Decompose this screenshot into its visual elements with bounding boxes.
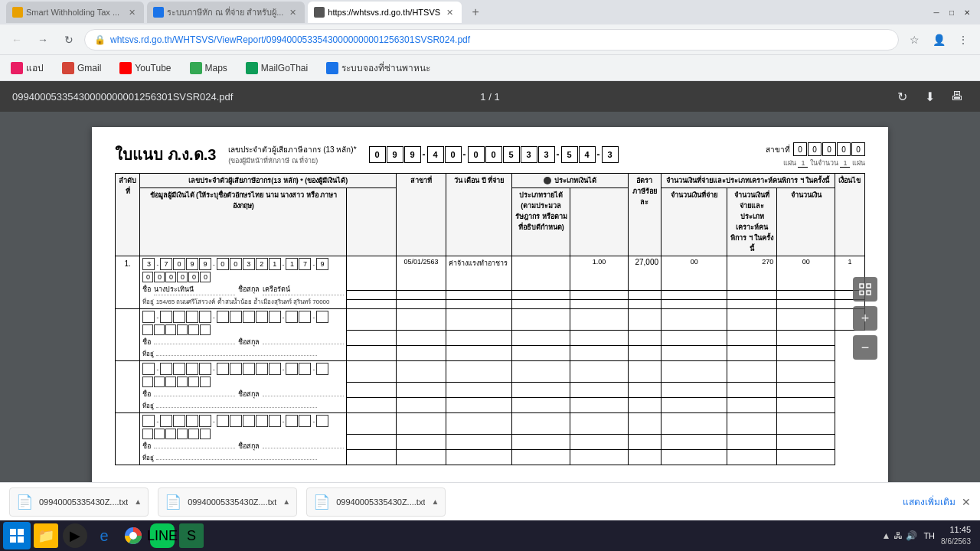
download-item-1: 📄 09940005335430Z....txt ▲ <box>9 487 149 517</box>
row1-id-5: 0 <box>217 258 229 270</box>
r3-b9 <box>269 363 281 375</box>
zoom-in-button[interactable]: + <box>853 306 877 331</box>
row1-no: 1. <box>116 256 140 309</box>
download-item-1-name: 09940005335430Z....txt <box>39 497 128 507</box>
r3-b2 <box>173 363 185 375</box>
download-item-3-chevron[interactable]: ▲ <box>431 497 439 506</box>
back-button[interactable]: ← <box>6 29 28 51</box>
r2-b8 <box>256 311 268 323</box>
tab1-label: Smart Withholding Tax ... <box>26 8 122 17</box>
menu-button[interactable]: ⋮ <box>952 29 974 51</box>
show-all-downloads-button[interactable]: แสดงเพิ่มเติม <box>903 494 956 509</box>
reload-button[interactable]: ↻ <box>58 29 80 51</box>
row1-sid-3: 0 <box>177 272 188 282</box>
row1-income-desc <box>512 256 570 291</box>
r2-s0 <box>142 324 153 335</box>
table-row-4a: - - <box>116 413 865 435</box>
close-window-button[interactable]: ✕ <box>960 5 974 19</box>
r3-s5 <box>200 377 211 387</box>
row1b-amt4 <box>777 291 835 300</box>
tax-box-4: 4 <box>427 146 444 163</box>
tax-id-boxes: 0 9 9 - 4 0 - 0 0 5 3 3 <box>369 146 619 163</box>
r3-b6 <box>230 363 242 375</box>
clock-time: 11:45 <box>941 524 971 536</box>
bookmark-maps-label: Maps <box>205 63 227 73</box>
profile-button[interactable]: 👤 <box>928 29 949 51</box>
bookmark-parking[interactable]: ระบบจองที่ซ่านพาหนะ <box>322 59 435 77</box>
row1-id-4: 9 <box>199 258 211 270</box>
bookmark-mailgothai[interactable]: MailGoThai <box>241 60 312 76</box>
pdf-viewer: 09940005335430000000001256301SVSR024.pdf… <box>0 81 980 482</box>
svg-rect-6 <box>10 536 16 543</box>
row2a-amt3 <box>727 309 777 331</box>
pdf-refresh-button[interactable]: ↻ <box>891 86 913 107</box>
tab-pdf[interactable]: https://whtsvs.rd.go.th/HTSVS ✕ <box>308 2 462 23</box>
row2-address-line: ที่อยู่ <box>142 349 344 359</box>
pdf-print-button[interactable]: 🖶 <box>946 86 968 107</box>
taskbar-line-button[interactable]: LINE <box>149 522 176 549</box>
row1b-date <box>397 291 446 300</box>
bookmark-apps[interactable]: แอป <box>6 59 48 77</box>
system-tray: ▲ 🖧 🔊 <box>882 530 918 541</box>
zoom-out-button[interactable]: − <box>853 335 877 360</box>
row1b-rate <box>570 291 629 300</box>
address-bar[interactable]: 🔒 whtsvs.rd.go.th/WHTSVS/ViewReport/0994… <box>84 29 899 51</box>
taskbar-excel-button[interactable]: S <box>178 522 205 549</box>
filemanager-icon: 📁 <box>34 523 58 548</box>
pdf-page-display: 1 / 1 <box>480 91 499 103</box>
taskbar-media-button[interactable]: ▶ <box>61 522 89 549</box>
r4-b8 <box>256 415 268 427</box>
media-icon: ▶ <box>63 523 87 548</box>
taskbar-filemanager-button[interactable]: 📁 <box>32 522 60 549</box>
r3-b11 <box>299 363 311 375</box>
start-button[interactable] <box>3 522 31 549</box>
bookmark-youtube[interactable]: YouTube <box>115 60 175 76</box>
header-col-tax-amount: จำนวนเงินที่จ่ายและประเภทเคราะห์คนพิการ … <box>662 174 835 188</box>
row1-sid-4: 0 <box>188 272 199 282</box>
row1-sid-1: 0 <box>154 272 165 282</box>
tab-smart-withholding[interactable]: Smart Withholding Tax ... ✕ <box>6 2 144 23</box>
maximize-button[interactable]: □ <box>945 5 959 19</box>
row3-address-line: ที่อยู่ <box>142 401 344 411</box>
lock-icon: 🔒 <box>94 34 106 45</box>
row1-amount-value: 270 <box>727 256 777 291</box>
tax-box-0c: 0 <box>468 146 485 163</box>
title-bar: Smart Withholding Tax ... ✕ ระบบภาษีหัก … <box>0 0 980 24</box>
r3-s3 <box>177 377 188 387</box>
row2-name-line: ชื่อ ชื่อสกุล <box>142 337 344 347</box>
row1c-income2 <box>512 300 570 309</box>
r2-b9 <box>269 311 281 323</box>
pdf-download-button[interactable]: ⬇ <box>919 86 940 107</box>
taskbar-ie-button[interactable]: e <box>90 522 118 549</box>
tax-id-header-label: เลขประจำตัวผู้เสียภาษีอากร (13 หลัก)* <box>228 144 356 155</box>
tab3-close[interactable]: ✕ <box>443 6 456 18</box>
bookmark-maps[interactable]: Maps <box>185 60 232 76</box>
r3-b3 <box>186 363 198 375</box>
r2-s5 <box>200 324 211 335</box>
tab1-close[interactable]: ✕ <box>126 6 138 18</box>
branch-box-0b: 0 <box>808 142 822 156</box>
nav-bar: ← → ↻ 🔒 whtsvs.rd.go.th/WHTSVS/ViewRepor… <box>0 24 980 55</box>
bookmark-gmail[interactable]: Gmail <box>57 60 106 76</box>
forward-button[interactable]: → <box>32 29 54 51</box>
tax-box-9a: 9 <box>387 146 403 163</box>
download-item-3-icon: 📄 <box>313 494 330 510</box>
bookmark-star-button[interactable]: ☆ <box>903 29 925 51</box>
r2-b5 <box>217 311 229 323</box>
zoom-out-icon: − <box>861 340 870 356</box>
download-item-1-chevron[interactable]: ▲ <box>134 497 142 506</box>
new-tab-button[interactable]: + <box>465 2 486 23</box>
zoom-fit-button[interactable] <box>853 277 877 302</box>
taskbar-chrome-button[interactable] <box>119 522 147 549</box>
r2-b10 <box>286 311 298 323</box>
close-download-bar-button[interactable]: ✕ <box>962 496 971 508</box>
row3-name-line: ชื่อ ชื่อสกุล <box>142 389 344 399</box>
tab-thai-tax[interactable]: ระบบภาษีหัก ณ ที่จ่าย สำหรับผู้... ✕ <box>147 2 305 23</box>
download-item-2-chevron[interactable]: ▲ <box>283 497 290 506</box>
minimize-button[interactable]: ─ <box>929 5 943 19</box>
tab2-close[interactable]: ✕ <box>286 6 299 18</box>
row2-id-boxes: - - <box>142 311 344 323</box>
r3-s0 <box>142 377 153 387</box>
language-indicator[interactable]: TH <box>920 530 938 542</box>
tab3-favicon <box>314 7 325 18</box>
